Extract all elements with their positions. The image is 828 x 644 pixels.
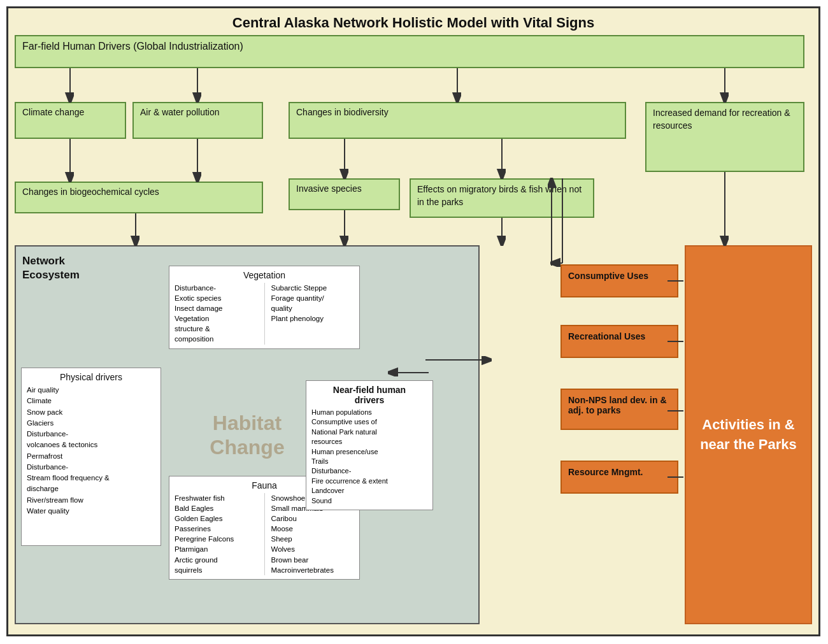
increased-label: Increased demand for recreation & resour… [653, 108, 790, 131]
main-content: Far-field Human Drivers (Global Industri… [8, 35, 818, 636]
nearfield-list: Human populations Consumptive uses of Na… [311, 408, 427, 506]
consumptive-label: Consumptive Uses [568, 271, 648, 281]
consumptive-box: Consumptive Uses [560, 264, 678, 297]
fauna-col1: Freshwater fish Bald Eagles Golden Eagle… [175, 493, 258, 575]
recreational-box: Recreational Uses [560, 325, 678, 358]
habitat-change-text: Habitat Change [183, 410, 311, 459]
vegetation-title: Vegetation [175, 270, 354, 280]
biodiversity-box: Changes in biodiversity [289, 102, 626, 139]
farfield-label: Far-field Human Drivers (Global Industri… [22, 41, 243, 52]
vegetation-box: Vegetation Disturbance- Exotic species I… [169, 266, 360, 349]
nonnps-box: Non-NPS land dev. in & adj. to parks [560, 389, 678, 430]
biodiversity-label: Changes in biodiversity [296, 107, 389, 117]
airwater-box: Air & water pollution [132, 102, 263, 139]
invasive-box: Invasive species [289, 178, 400, 210]
nearfield-box: Near-field human drivers Human populatio… [306, 380, 433, 510]
activities-box: Activities in & near the Parks [685, 245, 812, 624]
vegetation-col2: Subarctic Steppe Forage quantity/ qualit… [271, 283, 355, 345]
biogeochem-box: Changes in biogeochemical cycles [15, 182, 263, 213]
resource-label: Resource Mngmt. [568, 467, 643, 477]
climate-label: Climate change [22, 107, 84, 117]
nearfield-title: Near-field human drivers [311, 385, 427, 405]
activities-label: Activities in & near the Parks [686, 415, 811, 455]
nonnps-label: Non-NPS land dev. in & adj. to parks [568, 395, 667, 415]
outer-border: Central Alaska Network Holistic Model wi… [6, 6, 820, 636]
physical-drivers-box: Physical drivers Air quality Climate Sno… [21, 368, 161, 546]
page-title: Central Alaska Network Holistic Model wi… [8, 8, 818, 35]
physical-drivers-title: Physical drivers [27, 372, 155, 382]
increased-box: Increased demand for recreation & resour… [645, 102, 804, 172]
ecosystem-label: Network Ecosystem [22, 254, 80, 282]
ecosystem-container: Network Ecosystem Habitat Change Vegetat… [15, 245, 480, 624]
vegetation-col1: Disturbance- Exotic species Insect damag… [175, 283, 258, 345]
migratory-box: Effects on migratory birds & fish when n… [410, 178, 594, 218]
recreational-label: Recreational Uses [568, 331, 645, 341]
physical-drivers-list: Air quality Climate Snow pack Glaciers D… [27, 385, 155, 517]
biogeochem-label: Changes in biogeochemical cycles [22, 187, 159, 197]
climate-box: Climate change [15, 102, 126, 139]
airwater-label: Air & water pollution [140, 107, 220, 117]
invasive-label: Invasive species [296, 183, 362, 194]
migratory-label: Effects on migratory birds & fish when n… [417, 184, 582, 207]
resource-box: Resource Mngmt. [560, 461, 678, 494]
farfield-box: Far-field Human Drivers (Global Industri… [15, 35, 804, 68]
